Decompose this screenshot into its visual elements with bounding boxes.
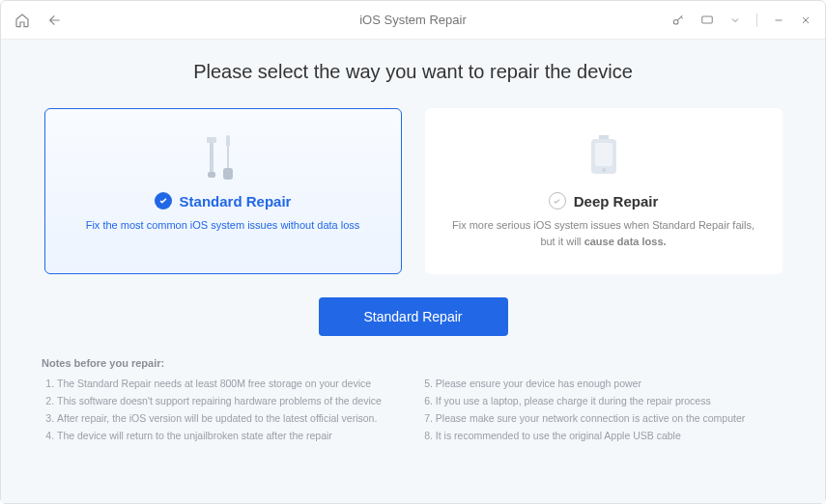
- deep-repair-card[interactable]: Deep Repair Fix more serious iOS system …: [425, 108, 783, 274]
- note-item: This software doesn't support repairing …: [57, 393, 382, 410]
- deep-repair-title: Deep Repair: [574, 193, 659, 210]
- svg-rect-2: [207, 137, 216, 143]
- close-icon[interactable]: [800, 14, 812, 26]
- key-icon[interactable]: [671, 14, 685, 27]
- window-title: iOS System Repair: [359, 13, 467, 27]
- check-icon: [549, 192, 566, 210]
- standard-repair-desc: Fix the most common iOS system issues wi…: [86, 217, 360, 234]
- notes-title: Notes before you repair:: [42, 357, 784, 369]
- svg-rect-9: [595, 143, 612, 166]
- notes-list-right: Please ensure your device has enough pow…: [420, 376, 745, 444]
- deep-repair-desc: Fix more serious iOS system issues when …: [445, 217, 762, 249]
- back-icon[interactable]: [47, 13, 63, 28]
- standard-repair-card[interactable]: Standard Repair Fix the most common iOS …: [44, 108, 402, 274]
- check-icon: [155, 192, 172, 210]
- note-item: After repair, the iOS version will be up…: [57, 410, 382, 428]
- minimize-icon[interactable]: [773, 14, 784, 26]
- wrench-screwdriver-icon: [199, 126, 247, 186]
- standard-repair-button[interactable]: Standard Repair: [319, 297, 508, 336]
- note-item: It is recommended to use the original Ap…: [436, 428, 745, 445]
- note-item: The device will return to the unjailbrok…: [57, 428, 382, 445]
- svg-rect-3: [210, 143, 214, 174]
- standard-repair-title: Standard Repair: [180, 193, 292, 210]
- page-title: Please select the way you want to repair…: [34, 61, 792, 83]
- svg-rect-7: [223, 168, 233, 180]
- note-item: Please make sure your network connection…: [436, 410, 745, 428]
- note-item: If you use a laptop, please charge it du…: [436, 393, 745, 410]
- feedback-icon[interactable]: [700, 14, 714, 27]
- svg-point-0: [673, 19, 678, 24]
- svg-rect-4: [208, 172, 215, 178]
- svg-rect-5: [226, 135, 230, 147]
- home-icon[interactable]: [14, 13, 30, 28]
- note-item: Please ensure your device has enough pow…: [436, 376, 745, 393]
- note-item: The Standard Repair needs at least 800M …: [57, 376, 382, 393]
- separator: [756, 14, 757, 27]
- svg-point-10: [602, 168, 606, 172]
- device-icon: [580, 126, 628, 186]
- chevron-down-icon[interactable]: [729, 14, 741, 26]
- notes-list-left: The Standard Repair needs at least 800M …: [42, 376, 382, 444]
- svg-rect-6: [227, 147, 229, 168]
